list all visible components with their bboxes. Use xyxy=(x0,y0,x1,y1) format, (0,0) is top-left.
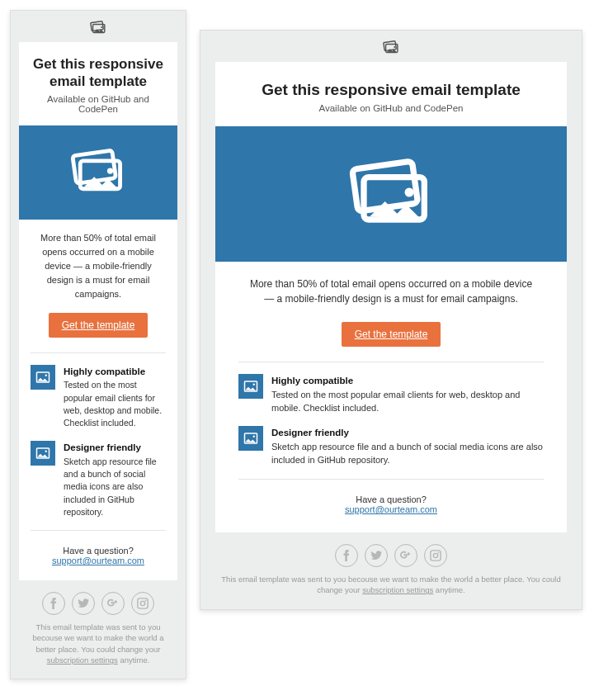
email-preview-mobile: Get this responsive email template Avail… xyxy=(10,10,186,679)
subscription-settings-link[interactable]: subscription settings xyxy=(47,655,118,665)
question-text: Have a question? xyxy=(63,546,134,556)
divider xyxy=(31,530,166,531)
feature-icon xyxy=(238,374,263,399)
title: Get this responsive email template xyxy=(238,80,544,100)
subtitle: Available on GitHub and CodePen xyxy=(238,103,544,113)
feature-body: Tested on the most popular email clients… xyxy=(64,380,162,428)
footer-text: This email template was sent to you beco… xyxy=(210,574,572,596)
divider xyxy=(31,352,166,353)
feature-body: Sketch app resource file and a bunch of … xyxy=(64,456,157,517)
googleplus-icon[interactable] xyxy=(101,592,125,615)
feature-item: Designer friendly Sketch app resource fi… xyxy=(238,426,544,467)
feature-title: Designer friendly xyxy=(271,426,544,440)
googleplus-icon[interactable] xyxy=(394,544,417,567)
instagram-icon[interactable] xyxy=(131,592,154,615)
instagram-icon[interactable] xyxy=(424,544,447,567)
pictures-icon xyxy=(383,39,399,55)
email-body: Get this responsive email template Avail… xyxy=(19,42,177,580)
footer-post: anytime. xyxy=(118,655,150,665)
social-row xyxy=(210,544,572,567)
twitter-icon[interactable] xyxy=(365,544,388,567)
cta-button[interactable]: Get the template xyxy=(342,322,441,347)
email-preview-desktop: Get this responsive email template Avail… xyxy=(200,30,582,610)
question-block: Have a question? support@ourteam.com xyxy=(31,546,166,565)
feature-body: Tested on the most popular email clients… xyxy=(271,390,520,413)
header-icon-wrap xyxy=(200,31,582,62)
lead-text: More than 50% of total email opens occur… xyxy=(247,277,535,307)
email-body: Get this responsive email template Avail… xyxy=(215,62,567,532)
footer-post: anytime. xyxy=(433,585,465,594)
feature-text: Designer friendly Sketch app resource fi… xyxy=(271,426,544,467)
header-icon-wrap xyxy=(11,11,186,42)
facebook-icon[interactable] xyxy=(335,544,358,567)
subtitle: Available on GitHub and CodePen xyxy=(31,94,166,114)
hero-image xyxy=(215,126,567,262)
social-row xyxy=(21,592,176,615)
feature-title: Designer friendly xyxy=(64,441,166,455)
support-email-link[interactable]: support@ourteam.com xyxy=(52,556,144,565)
pictures-icon xyxy=(90,19,106,35)
question-block: Have a question? support@ourteam.com xyxy=(238,494,544,514)
footer: This email template was sent to you beco… xyxy=(200,532,582,609)
support-email-link[interactable]: support@ourteam.com xyxy=(345,504,437,514)
feature-icon xyxy=(238,426,263,451)
question-text: Have a question? xyxy=(356,494,427,504)
hero-image xyxy=(19,125,177,220)
feature-text: Highly compatible Tested on the most pop… xyxy=(64,365,166,430)
title: Get this responsive email template xyxy=(31,55,166,91)
hero-pictures-icon xyxy=(68,147,128,195)
twitter-icon[interactable] xyxy=(72,592,95,615)
divider xyxy=(238,479,544,480)
feature-text: Highly compatible Tested on the most pop… xyxy=(271,374,544,415)
cta-wrap: Get the template xyxy=(238,322,544,347)
divider xyxy=(238,362,544,362)
cta-wrap: Get the template xyxy=(31,313,166,338)
lead-text: More than 50% of total email opens occur… xyxy=(32,231,164,301)
footer-pre: This email template was sent to you beco… xyxy=(33,622,164,654)
cta-button[interactable]: Get the template xyxy=(49,313,148,338)
footer: This email template was sent to you beco… xyxy=(11,580,186,679)
feature-title: Highly compatible xyxy=(271,374,544,388)
feature-body: Sketch app resource file and a bunch of … xyxy=(271,442,543,465)
feature-text: Designer friendly Sketch app resource fi… xyxy=(64,441,166,518)
feature-title: Highly compatible xyxy=(64,365,166,379)
subscription-settings-link[interactable]: subscription settings xyxy=(362,585,433,594)
footer-text: This email template was sent to you beco… xyxy=(21,622,176,665)
feature-icon xyxy=(31,365,55,390)
feature-item: Designer friendly Sketch app resource fi… xyxy=(31,441,166,518)
feature-icon xyxy=(31,441,55,466)
feature-item: Highly compatible Tested on the most pop… xyxy=(31,365,166,430)
feature-item: Highly compatible Tested on the most pop… xyxy=(238,374,544,415)
facebook-icon[interactable] xyxy=(42,592,65,615)
hero-pictures-icon xyxy=(346,156,436,229)
